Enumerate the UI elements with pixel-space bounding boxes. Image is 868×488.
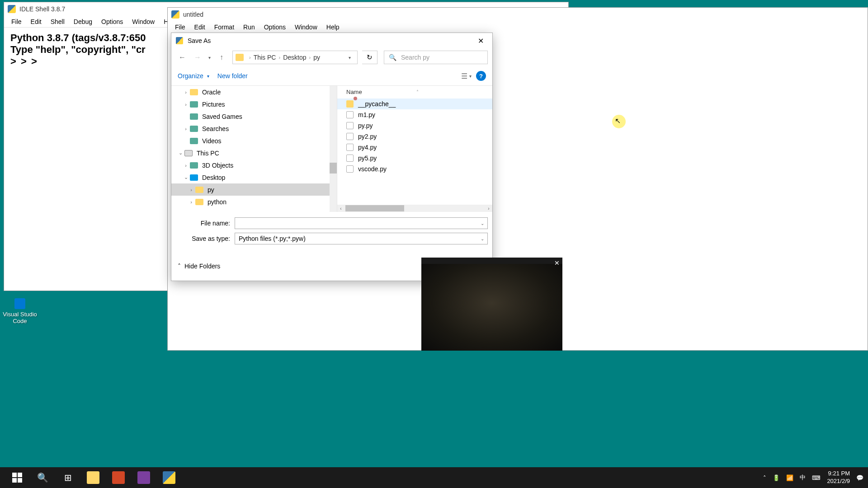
scrollbar-thumb[interactable] [330,163,337,174]
tree-item[interactable]: ⌄This PC [171,147,337,159]
help-button[interactable]: ? [476,71,486,81]
tree-label: Saved Games [202,113,242,120]
breadcrumb-dropdown[interactable]: ▾ [345,55,354,60]
list-item[interactable]: vscode.py [337,164,492,174]
tree-item[interactable]: Saved Games [171,110,337,122]
breadcrumb[interactable]: › This PC › Desktop › py ▾ [232,51,358,64]
menu-window[interactable]: Window [127,16,159,27]
column-header-name[interactable]: Name ˄ [337,86,492,98]
expand-icon[interactable]: › [182,89,189,95]
tree-item[interactable]: ⌄Desktop [171,171,337,183]
menu-options[interactable]: Options [259,22,290,33]
menu-edit[interactable]: Edit [26,16,46,27]
tray-chevron-icon[interactable]: ˄ [763,474,766,481]
expand-icon[interactable]: › [188,199,195,205]
tree-item[interactable]: ›python [171,196,337,208]
menu-help[interactable]: Help [322,22,344,33]
new-folder-button[interactable]: New folder [217,72,248,80]
tree-item[interactable]: ›py [171,183,337,196]
python-icon [163,471,175,484]
desktop-shortcut-vscode[interactable]: Visual Studio Code [2,298,38,324]
close-button[interactable]: ✕ [472,34,490,47]
taskbar-app-powerpoint[interactable] [106,467,131,488]
savetype-select[interactable]: Python files (*.py;*.pyw) ⌄ [235,233,488,244]
tray-battery-icon[interactable]: 🔋 [773,474,780,481]
menu-shell[interactable]: Shell [46,16,69,27]
list-item[interactable]: py5.py [337,153,492,164]
hide-folders-toggle[interactable]: ˄ Hide Folders [178,263,220,270]
tree-item[interactable]: ›Oracle [171,86,337,98]
back-button[interactable]: ← [176,51,189,64]
list-item[interactable]: py4.py [337,142,492,153]
chevron-down-icon[interactable]: ⌄ [477,236,487,241]
menu-run[interactable]: Run [239,22,259,33]
search-input[interactable]: 🔍 Search py [384,51,488,64]
tree-item[interactable]: ›Searches [171,122,337,135]
tree-item[interactable]: ›3D Objects [171,159,337,171]
file-icon [346,165,354,173]
view-mode-button[interactable]: ☰ ▾ [461,72,472,80]
menu-options[interactable]: Options [97,16,127,27]
expand-icon[interactable]: › [182,126,189,131]
horizontal-scrollbar[interactable]: ‹ › [337,205,492,212]
scroll-right-button[interactable]: › [485,205,492,212]
tray-ime[interactable]: 中 [800,474,806,482]
chevron-down-icon[interactable]: ⌄ [477,221,487,226]
editor-titlebar[interactable]: untitled [168,8,868,21]
file-browser: ›Oracle›PicturesSaved Games›SearchesVide… [171,85,492,212]
menu-file[interactable]: File [7,16,26,27]
list-item[interactable]: m1.py [337,109,492,120]
idle-title: IDLE Shell 3.8.7 [19,5,65,13]
crumb-py[interactable]: py [313,54,320,61]
expand-icon[interactable]: › [182,163,189,168]
task-view-button[interactable]: ⊞ [55,467,80,488]
taskbar-app-idle[interactable] [156,467,182,488]
expand-icon[interactable]: › [182,102,189,107]
menu-debug[interactable]: Debug [69,16,97,27]
expand-icon[interactable]: ⌄ [182,174,189,180]
forward-button[interactable]: → [191,51,204,64]
tray-clock[interactable]: 9:21 PM 2021/2/9 [827,470,850,485]
close-webcam-button[interactable]: ✕ [554,259,560,267]
crumb-desktop[interactable]: Desktop [283,54,306,61]
scroll-left-button[interactable]: ‹ [337,205,344,212]
expand-icon[interactable]: › [188,187,195,192]
menu-format[interactable]: Format [210,22,239,33]
webcam-overlay: ✕ [421,258,562,351]
sort-indicator-icon: ˄ [416,89,419,94]
expand-icon[interactable]: ⌄ [177,150,184,156]
scrollbar-thumb[interactable] [345,205,404,211]
taskbar-app-explorer[interactable] [80,467,106,488]
scrollbar-track[interactable] [330,86,337,212]
organize-button[interactable]: Organize ▾ [178,72,209,80]
list-item[interactable]: __pycache__ [337,99,492,109]
list-item[interactable]: py2.py [337,131,492,142]
tree-item[interactable]: ›Pictures [171,98,337,110]
folder-tree[interactable]: ›Oracle›PicturesSaved Games›SearchesVide… [171,86,337,212]
column-label: Name [346,89,362,95]
filename-field[interactable] [235,220,477,227]
menu-file[interactable]: File [170,22,190,33]
file-list[interactable]: Name ˄ __pycache__m1.pypy.pypy2.pypy4.py… [337,86,492,212]
menu-window[interactable]: Window [290,22,322,33]
desktop-icon [189,174,198,182]
start-button[interactable] [5,467,30,488]
taskbar-app-recorder[interactable] [131,467,156,488]
menu-edit[interactable]: Edit [190,22,210,33]
history-dropdown[interactable]: ▾ [207,55,212,60]
search-button[interactable]: 🔍 [30,467,55,488]
up-button[interactable]: ↑ [215,51,228,64]
list-item[interactable]: py.py [337,120,492,131]
python-icon [176,37,183,44]
tray-keyboard-icon[interactable]: ⌨ [812,474,821,481]
file-name: py4.py [358,144,377,151]
tray-notifications-icon[interactable]: 💬 [856,474,863,481]
file-name: py2.py [358,133,377,140]
filename-input[interactable]: ⌄ [235,217,488,229]
tree-item[interactable]: Videos [171,135,337,147]
dialog-titlebar[interactable]: Save As ✕ [171,33,492,48]
refresh-button[interactable]: ↻ [362,51,377,64]
tray-network-icon[interactable]: 📶 [786,474,793,481]
file-icon [346,144,354,151]
crumb-this-pc[interactable]: This PC [254,54,276,61]
